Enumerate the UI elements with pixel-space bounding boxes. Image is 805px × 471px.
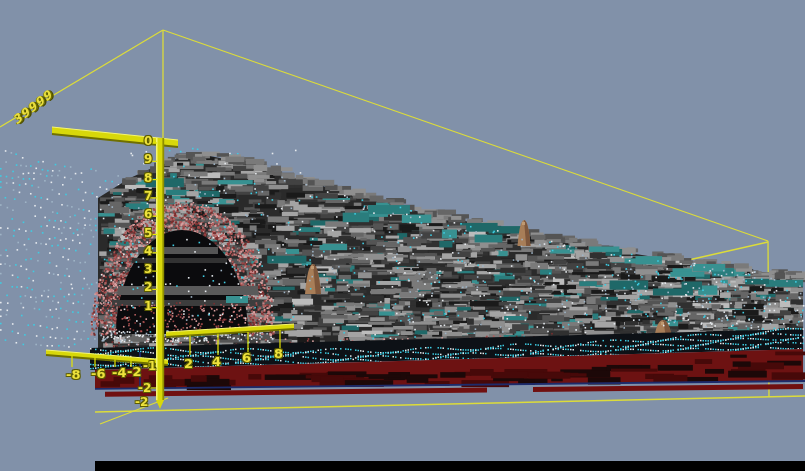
x-axis-tick-label: 2	[184, 357, 193, 370]
y-axis-tick-label: 6	[144, 208, 152, 220]
y-axis-tick-label: 4	[144, 245, 152, 257]
y-axis-tick-label: 3	[144, 263, 152, 275]
x-axis-tick-label: -8	[66, 368, 80, 381]
y-axis-tick-label: -2	[138, 382, 151, 394]
x-axis-tick-label: 4	[212, 355, 221, 368]
y-axis-tick-label: 2	[144, 281, 152, 293]
x-axis-tick-label: -6	[91, 367, 105, 380]
y-axis-tick-label: 5	[144, 227, 152, 239]
y-axis-tick-label: 7	[144, 190, 152, 202]
bottom-black-bar	[95, 461, 805, 471]
y-axis-tick-label: 8	[144, 172, 152, 184]
y-axis-tick-label: 0	[144, 135, 152, 147]
x-axis-tick-label: 6	[242, 351, 251, 364]
scene-canvas[interactable]	[0, 0, 805, 471]
y-axis-tick-label: -1	[143, 360, 156, 372]
viewport-3d[interactable]: 39999 0987654321-1-2-2-8-6-4-22468	[0, 0, 805, 471]
x-axis-tick-label: -4	[112, 366, 126, 379]
x-axis-tick-label: -2	[127, 365, 141, 378]
y-axis-tick-label: -2	[135, 396, 148, 408]
x-axis-tick-label: 8	[274, 347, 283, 360]
y-axis-tick-label: 9	[144, 153, 152, 165]
y-axis-tick-label: 1	[144, 300, 152, 312]
